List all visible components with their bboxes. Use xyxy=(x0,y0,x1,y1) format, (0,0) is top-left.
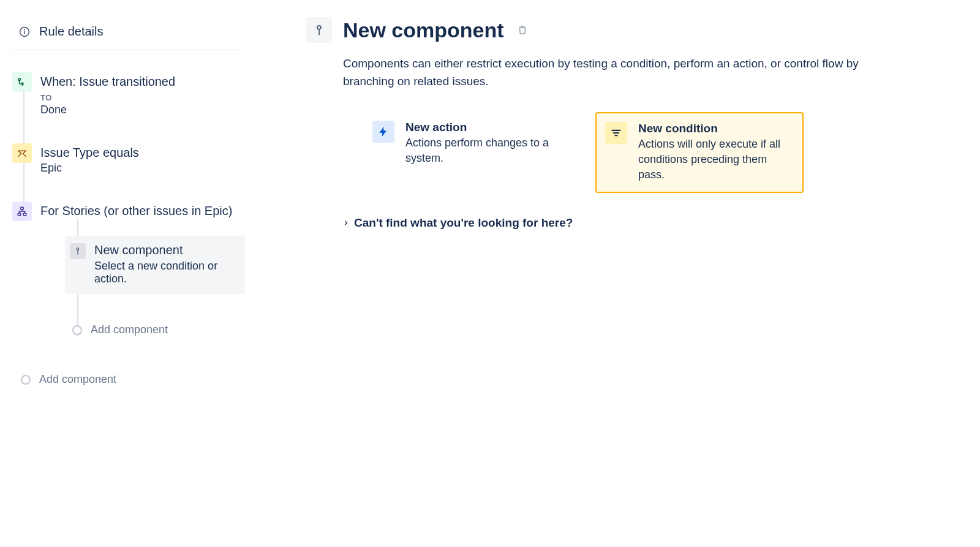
branch-add-component-label: Add component xyxy=(91,323,168,336)
add-circle-icon xyxy=(21,375,31,385)
branch-add-component[interactable]: Add component xyxy=(72,323,245,336)
info-icon xyxy=(18,26,31,38)
cant-find-label: Can't find what you're looking for here? xyxy=(354,216,573,230)
card-new-action-desc: Actions perform changes to a system. xyxy=(405,135,564,166)
card-new-action-title: New action xyxy=(405,121,564,134)
step-trigger-body: When: Issue transitioned TO Done xyxy=(40,72,245,116)
branch-new-component-body: New component Select a new condition or … xyxy=(94,243,236,285)
rule-details-label: Rule details xyxy=(39,25,104,39)
card-new-condition-title: New condition xyxy=(638,122,794,135)
svg-rect-5 xyxy=(18,213,21,216)
branch-new-component[interactable]: New component Select a new condition or … xyxy=(65,236,245,294)
delete-button[interactable] xyxy=(515,23,530,37)
step-trigger-to-label: TO xyxy=(40,93,245,102)
component-picker-description: Components can either restrict execution… xyxy=(343,55,888,90)
step-branch[interactable]: For Stories (or other issues in Epic) Ne… xyxy=(12,199,245,336)
rule-steps-sidebar: Rule details When: Issue transitioned TO… xyxy=(0,0,245,547)
step-condition-title: Issue Type equals xyxy=(40,145,245,160)
component-picker-header: New component xyxy=(306,17,888,43)
step-trigger-to-value: Done xyxy=(40,104,245,116)
branch-new-component-sub: Select a new condition or action. xyxy=(94,260,236,285)
trigger-icon xyxy=(12,72,32,92)
rule-add-component[interactable]: Add component xyxy=(21,373,245,386)
condition-icon xyxy=(12,143,32,163)
card-new-action-body: New action Actions perform changes to a … xyxy=(405,121,564,166)
step-branch-body: For Stories (or other issues in Epic) Ne… xyxy=(40,202,245,336)
add-circle-icon xyxy=(72,325,82,335)
svg-point-9 xyxy=(317,26,321,29)
card-new-condition[interactable]: New condition Actions will only execute … xyxy=(595,112,804,193)
component-picker-title: New component xyxy=(343,18,504,42)
action-icon xyxy=(372,121,394,143)
component-type-cards: New action Actions perform changes to a … xyxy=(364,112,888,193)
step-branch-title: For Stories (or other issues in Epic) xyxy=(40,203,245,219)
rule-add-component-label: Add component xyxy=(39,373,116,386)
condition-filter-icon xyxy=(605,122,627,144)
trash-icon xyxy=(517,25,528,36)
step-condition[interactable]: Issue Type equals Epic xyxy=(12,141,245,199)
branch-children: New component Select a new condition or … xyxy=(70,236,245,336)
step-trigger[interactable]: When: Issue transitioned TO Done xyxy=(12,70,245,141)
cant-find-toggle[interactable]: Can't find what you're looking for here? xyxy=(342,216,888,230)
chevron-right-icon xyxy=(342,219,350,227)
component-picker-panel: New component Components can either rest… xyxy=(245,0,980,547)
step-condition-body: Issue Type equals Epic xyxy=(40,143,245,175)
branch-icon xyxy=(12,202,32,221)
step-condition-value: Epic xyxy=(40,162,245,175)
svg-point-7 xyxy=(77,248,79,251)
step-trigger-title: When: Issue transitioned xyxy=(40,74,245,89)
svg-rect-4 xyxy=(21,207,24,209)
card-new-action[interactable]: New action Actions perform changes to a … xyxy=(364,112,572,193)
svg-point-2 xyxy=(24,29,25,29)
branch-new-component-title: New component xyxy=(94,243,236,257)
rule-timeline: When: Issue transitioned TO Done Issue T… xyxy=(12,70,245,336)
card-new-condition-body: New condition Actions will only execute … xyxy=(638,122,794,183)
timeline-connector xyxy=(23,92,24,143)
card-new-condition-desc: Actions will only execute if all conditi… xyxy=(638,137,794,183)
svg-point-3 xyxy=(18,78,21,81)
automation-rule-editor: Rule details When: Issue transitioned TO… xyxy=(0,0,980,547)
svg-rect-6 xyxy=(23,213,26,216)
component-icon xyxy=(70,243,86,259)
component-icon xyxy=(306,17,332,43)
rule-details-row[interactable]: Rule details xyxy=(12,25,239,50)
timeline-connector xyxy=(23,163,24,202)
